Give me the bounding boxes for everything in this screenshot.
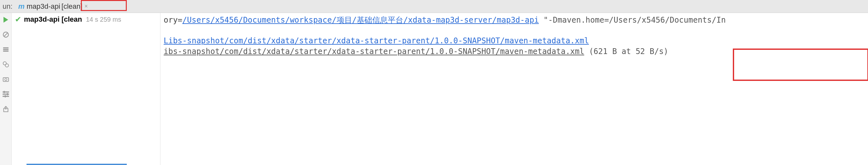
- tab-label-suffix: [clean]: [61, 2, 83, 11]
- check-icon: ✔: [15, 15, 21, 24]
- left-gutter: [0, 13, 12, 165]
- svg-rect-3: [3, 49, 8, 50]
- maven-icon: m: [19, 2, 25, 11]
- tab-bar: un: m map3d-api [clean] ×: [0, 0, 868, 13]
- stop-icon[interactable]: [2, 30, 10, 39]
- run-tab[interactable]: m map3d-api [clean] ×: [16, 1, 91, 12]
- history-icon[interactable]: [2, 45, 10, 54]
- run-tree-panel: ✔ map3d-api [clean 14 s 259 ms: [12, 13, 160, 165]
- svg-rect-4: [3, 51, 8, 51]
- screenshot-icon[interactable]: [2, 75, 10, 83]
- settings-icon[interactable]: [2, 90, 10, 98]
- console-text: "-Dmaven.home=/Users/x5456/Documents/In: [539, 16, 726, 25]
- svg-point-6: [5, 64, 8, 67]
- tab-underline: [27, 164, 127, 165]
- main-area: ✔ map3d-api [clean 14 s 259 ms ory=/User…: [0, 13, 868, 165]
- tree-label: map3d-api [clean: [24, 15, 82, 24]
- layers-icon[interactable]: [2, 60, 10, 68]
- svg-rect-9: [3, 93, 9, 94]
- svg-rect-14: [4, 95, 5, 98]
- play-icon[interactable]: [2, 16, 10, 24]
- export-icon[interactable]: [2, 105, 10, 113]
- console-link-path[interactable]: /Users/x5456/Documents/workspace/项目/基础信息…: [182, 16, 539, 25]
- console-line-3: ibs-snapshot/com/dist/xdata/starter/xdat…: [164, 46, 865, 57]
- svg-point-8: [4, 79, 7, 81]
- close-icon[interactable]: ×: [84, 3, 88, 10]
- console-line-1: ory=/Users/x5456/Documents/workspace/项目/…: [164, 15, 865, 26]
- tab-label-prefix: map3d-api: [27, 2, 60, 11]
- svg-rect-12: [4, 91, 4, 93]
- console-text-metadata-2: ibs-snapshot/com/dist/xdata/starter/xdat…: [164, 47, 584, 56]
- console-line-2: Libs-snapshot/com/dist/xdata/starter/xda…: [164, 35, 865, 47]
- console-output[interactable]: ory=/Users/x5456/Documents/workspace/项目/…: [160, 13, 868, 165]
- console-link-metadata-1[interactable]: Libs-snapshot/com/dist/xdata/starter/xda…: [164, 36, 589, 45]
- svg-rect-13: [7, 93, 8, 95]
- svg-line-1: [4, 33, 8, 36]
- svg-rect-2: [3, 47, 8, 48]
- console-text: ory=: [164, 16, 182, 25]
- tree-row[interactable]: ✔ map3d-api [clean 14 s 259 ms: [15, 15, 157, 24]
- svg-rect-10: [3, 91, 9, 92]
- console-text-size: (621 B at 52 B/s): [584, 47, 668, 56]
- tree-duration: 14 s 259 ms: [86, 16, 121, 23]
- run-label: un:: [3, 2, 12, 11]
